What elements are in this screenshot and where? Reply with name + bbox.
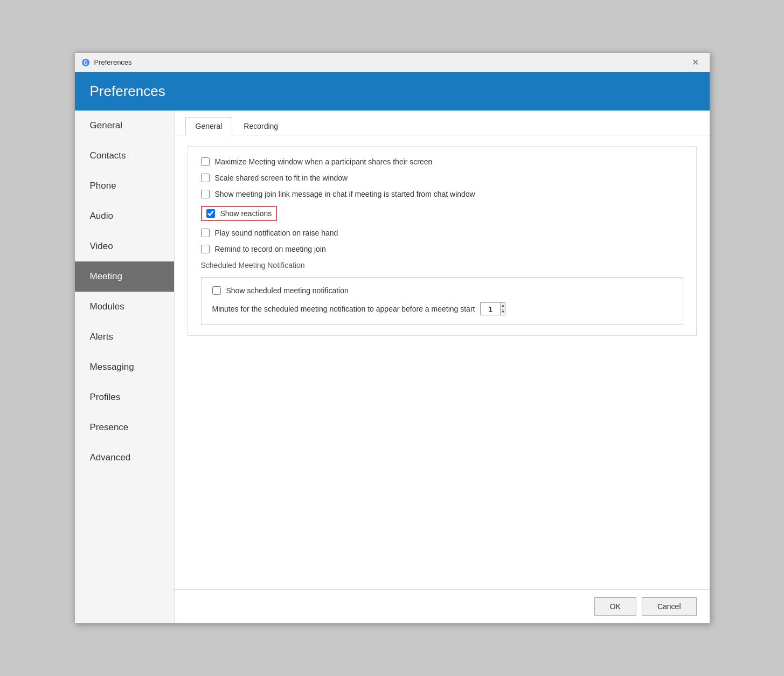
scheduled-box: Show scheduled meeting notification Minu… [201, 277, 683, 325]
checkbox-remind-label: Remind to record on meeting join [215, 245, 326, 253]
close-button[interactable]: ✕ [688, 57, 703, 68]
title-bar-left: G Preferences [81, 58, 132, 67]
sidebar-item-audio[interactable]: Audio [75, 201, 174, 231]
sidebar-item-messaging[interactable]: Messaging [75, 352, 174, 382]
title-bar: G Preferences ✕ [75, 53, 710, 72]
minutes-row: Minutes for the scheduled meeting notifi… [212, 302, 672, 315]
sidebar-item-contacts[interactable]: Contacts [75, 141, 174, 171]
checkbox-row-scheduled: Show scheduled meeting notification [212, 286, 672, 295]
tab-recording[interactable]: Recording [233, 117, 288, 135]
checkbox-playsound[interactable] [201, 229, 210, 237]
checkbox-row-scale: Scale shared screen to fit in the window [201, 174, 683, 182]
tabs: General Recording [175, 111, 710, 135]
sidebar: General Contacts Phone Audio Video Meeti… [75, 111, 175, 623]
spinner-down-button[interactable]: ▼ [501, 309, 505, 315]
ok-button[interactable]: OK [594, 597, 636, 616]
checkbox-scheduled[interactable] [212, 286, 221, 295]
main-panel: General Recording Maximize Meeting windo… [175, 111, 710, 623]
header: Preferences [75, 72, 710, 111]
checkbox-row-playsound: Play sound notification on raise hand [201, 229, 683, 237]
tab-general[interactable]: General [185, 117, 233, 135]
checkbox-reactions[interactable] [206, 209, 215, 218]
minutes-label: Minutes for the scheduled meeting notifi… [212, 305, 475, 313]
checkbox-row-reactions: Show reactions [201, 206, 277, 221]
checkbox-row-remind: Remind to record on meeting join [201, 245, 683, 253]
spinner-arrows: ▲ ▼ [500, 303, 505, 315]
app-logo-icon: G [81, 58, 90, 67]
scheduled-section-label: Scheduled Meeting Notification [201, 261, 683, 270]
sidebar-item-profiles[interactable]: Profiles [75, 382, 174, 412]
sidebar-item-meeting[interactable]: Meeting [75, 261, 174, 292]
preferences-window: G Preferences ✕ Preferences General Cont… [74, 52, 710, 624]
settings-content: Maximize Meeting window when a participa… [175, 135, 710, 589]
checkbox-row-maximize: Maximize Meeting window when a participa… [201, 157, 683, 166]
checkbox-joinlink[interactable] [201, 190, 210, 198]
checkbox-maximize[interactable] [201, 157, 210, 166]
settings-box: Maximize Meeting window when a participa… [188, 146, 697, 336]
checkbox-scale[interactable] [201, 174, 210, 182]
sidebar-item-alerts[interactable]: Alerts [75, 322, 174, 352]
checkbox-scale-label: Scale shared screen to fit in the window [215, 174, 348, 182]
title-bar-label: Preferences [94, 58, 132, 66]
spinner-up-button[interactable]: ▲ [501, 303, 505, 309]
header-title: Preferences [90, 83, 695, 100]
minutes-spinner[interactable]: 1 ▲ ▼ [480, 302, 505, 315]
checkbox-maximize-label: Maximize Meeting window when a participa… [215, 157, 433, 166]
checkbox-joinlink-label: Show meeting join link message in chat i… [215, 190, 475, 198]
sidebar-item-general[interactable]: General [75, 111, 174, 141]
svg-text:G: G [84, 60, 88, 66]
checkbox-scheduled-label: Show scheduled meeting notification [226, 286, 349, 295]
checkbox-remind[interactable] [201, 245, 210, 253]
checkbox-row-joinlink: Show meeting join link message in chat i… [201, 190, 683, 198]
footer: OK Cancel [175, 589, 710, 623]
sidebar-item-advanced[interactable]: Advanced [75, 443, 174, 473]
cancel-button[interactable]: Cancel [642, 597, 697, 616]
content-area: General Contacts Phone Audio Video Meeti… [75, 111, 710, 623]
sidebar-item-phone[interactable]: Phone [75, 171, 174, 201]
sidebar-item-modules[interactable]: Modules [75, 292, 174, 322]
minutes-input[interactable]: 1 [481, 303, 500, 315]
checkbox-reactions-label: Show reactions [220, 209, 272, 218]
sidebar-item-presence[interactable]: Presence [75, 412, 174, 443]
checkbox-playsound-label: Play sound notification on raise hand [215, 229, 338, 237]
sidebar-item-video[interactable]: Video [75, 231, 174, 261]
